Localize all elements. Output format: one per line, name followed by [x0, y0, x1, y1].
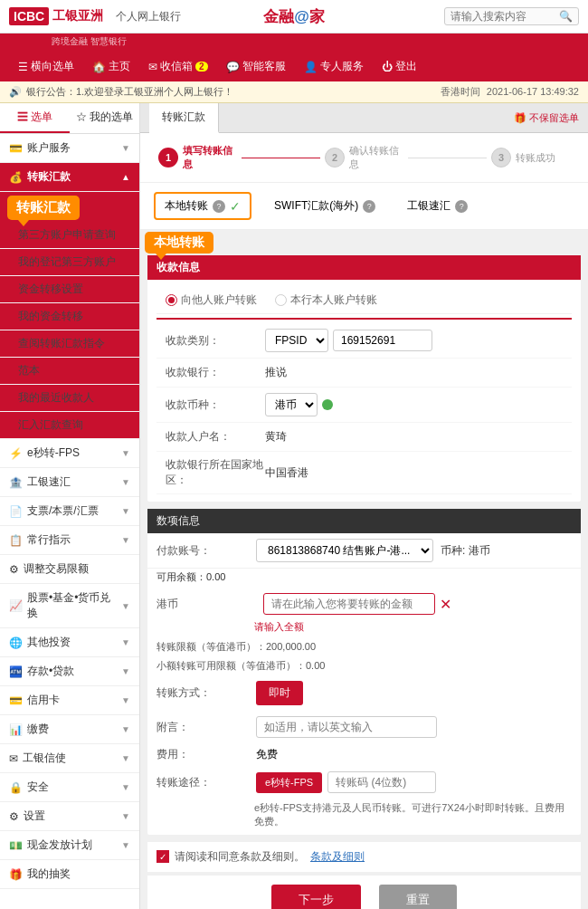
sidebar-collapse-header-credit-card[interactable]: 💳 信用卡 ▼	[0, 686, 139, 715]
sidebar-collapse-header-settings[interactable]: ⚙ 设置 ▼	[0, 802, 139, 831]
transfer-type-icbc-remit[interactable]: 工银速汇 ?	[398, 194, 477, 218]
sidebar-collapse-header-lucky-draw[interactable]: 🎁 我的抽奖	[0, 860, 139, 889]
no-receipt-button[interactable]: 🎁 不保留选单	[514, 111, 579, 125]
next-button[interactable]: 下一步	[271, 885, 361, 909]
sidebar-section-stocks: 📈 股票•基金•货币兑换 ▼	[0, 584, 139, 628]
category-input[interactable]	[333, 330, 432, 351]
chevron-down-icon-settings: ▼	[121, 811, 130, 821]
sidebar-sub-item-query-order[interactable]: 查阅转账汇款指令	[0, 330, 139, 358]
reset-button[interactable]: 重置	[379, 885, 457, 909]
remark-input[interactable]	[256, 716, 437, 738]
sidebar-section-header-accounts[interactable]: 💳 账户服务 ▼	[0, 134, 139, 163]
sidebar-collapse-header-icbc-remit[interactable]: 🏦 工银速汇 ▼	[0, 468, 139, 497]
nav-item-smart[interactable]: 💬 智能客服	[217, 52, 295, 81]
transfer-type-local[interactable]: 本地转账 ? ✓	[154, 192, 251, 220]
terms-checkbox[interactable]: ✓	[156, 850, 169, 863]
service-icon: 👤	[304, 61, 318, 73]
sidebar-sub-item-remit-query[interactable]: 汇入汇款查询	[0, 412, 139, 439]
available-row: 可用余额：0.00	[147, 569, 581, 589]
brand: 金融@家	[263, 6, 325, 27]
chevron-down-icon-other-invest: ▼	[121, 637, 130, 647]
category-value: FPSID	[265, 329, 563, 352]
chevron-down-icon-credit-card: ▼	[121, 695, 130, 705]
sidebar-section-icbc-remit: 🏦 工银速汇 ▼	[0, 468, 139, 497]
checkbox-text: 请阅读和同意条款及细则。	[175, 849, 305, 865]
sidebar-collapse-header-other-invest[interactable]: 🌐 其他投资 ▼	[0, 628, 139, 657]
sidebar-sub-item-my-transfer[interactable]: 我的资金转移	[0, 303, 139, 330]
amount-input[interactable]	[263, 593, 435, 615]
step-circle-3: 3	[491, 148, 511, 167]
sidebar-collapse-header-stocks[interactable]: 📈 股票•基金•货币兑换 ▼	[0, 584, 139, 628]
sidebar-sub-item-third-party-accounts[interactable]: 我的登记第三方账户	[0, 249, 139, 276]
sidebar-collapse-header-payroll[interactable]: 📄 支票/本票/汇票 ▼	[0, 497, 139, 526]
sidebar-tab-menu[interactable]: ☰ 选单	[0, 103, 70, 133]
inbox-badge: 2	[195, 62, 208, 72]
radio-other-account[interactable]: 向他人账户转账	[166, 292, 257, 308]
transfer-type-bar: 本地转账 ? ✓ SWIFT汇款(海外) ? 工银速汇 ?	[140, 183, 588, 230]
sidebar-collapse-header-icbc-connect[interactable]: ✉ 工银信使 ▼	[0, 744, 139, 773]
stocks-icon: 📈	[9, 599, 23, 612]
nav-item-logout[interactable]: ⏻ 登出	[373, 52, 426, 81]
help-icon-local[interactable]: ?	[213, 200, 225, 213]
channel-fps-button[interactable]: e秒转-FPS	[256, 772, 322, 793]
sidebar-sub-item-recent-payee[interactable]: 我的最近收款人	[0, 385, 139, 412]
cash-plan-icon: 💵	[9, 839, 23, 852]
receive-info-body: 向他人账户转账 本行本人账户转账 收款类别： FPSID	[147, 280, 581, 502]
sidebar-section-header-transfer[interactable]: 💰 转账汇款 ▲	[0, 163, 139, 192]
sidebar-collapse-header-security[interactable]: 🔒 安全 ▼	[0, 773, 139, 802]
chevron-down-icon: ▼	[121, 143, 130, 153]
account-dropdown[interactable]: 861813868740 结售账户-港...	[256, 539, 433, 562]
sidebar-collapse-header-fees[interactable]: 📊 缴费 ▼	[0, 715, 139, 744]
chevron-down-icon-standing: ▼	[121, 535, 130, 545]
nav-item-menu[interactable]: ☰ 横向选单	[9, 52, 83, 81]
content-tab-transfer[interactable]: 转账汇款	[149, 103, 219, 133]
sidebar-collapse-header-standing[interactable]: 📋 常行指示 ▼	[0, 526, 139, 555]
star-icon: ☆	[76, 110, 87, 123]
sidebar-sub-item-fund-settings[interactable]: 资金转移设置	[0, 276, 139, 303]
chevron-down-icon-icbc-remit: ▼	[121, 477, 130, 487]
header: ICBC 工银亚洲 个人网上银行 金融@家 🔍	[0, 0, 588, 33]
nav-item-home[interactable]: 🏠 主页	[83, 52, 139, 81]
search-input[interactable]	[450, 10, 559, 23]
chevron-down-icon-icbc-connect: ▼	[121, 753, 130, 763]
channel-input[interactable]	[327, 771, 436, 793]
nav-item-inbox[interactable]: ✉ 收信箱 2	[139, 52, 217, 81]
limit-row-2: 小额转账可用限额（等值港币）：0.00	[147, 656, 581, 675]
standing-icon: 📋	[9, 534, 23, 547]
radio-self-account[interactable]: 本行本人账户转账	[275, 292, 377, 308]
fee-value: 免费	[256, 747, 278, 762]
terms-link[interactable]: 条款及细则	[310, 849, 365, 865]
category-label: 收款类别：	[166, 333, 265, 349]
category-select[interactable]: FPSID	[265, 329, 328, 352]
local-transfer-tooltip: 本地转账	[145, 232, 213, 254]
form-row-bank: 收款银行： 推说	[156, 359, 572, 388]
method-button[interactable]: 即时	[256, 681, 303, 705]
tooltip-bubble: 转账汇款	[7, 196, 80, 220]
sidebar-collapse-header-cash-plan[interactable]: 💵 现金发放计划 ▼	[0, 831, 139, 860]
icbc-remit-icon: 🏦	[9, 476, 23, 489]
form-row-country: 收款银行所在国家地区： 中国香港	[156, 452, 572, 494]
checkbox-row: ✓ 请阅读和同意条款及细则。 条款及细则	[147, 842, 581, 872]
help-icon-icbc[interactable]: ?	[455, 200, 468, 213]
sidebar-collapse-header-adjust[interactable]: ⚙ 调整交易限额	[0, 555, 139, 584]
help-icon-swift[interactable]: ?	[363, 200, 375, 213]
radio-dot	[168, 297, 175, 303]
sidebar-section-payroll: 📄 支票/本票/汇票 ▼	[0, 497, 139, 526]
currency-select[interactable]: 港币	[265, 393, 318, 416]
transfer-type-swift[interactable]: SWIFT汇款(海外) ?	[265, 194, 384, 218]
sidebar-section-security: 🔒 安全 ▼	[0, 773, 139, 802]
transfer-icon: 💰	[9, 171, 23, 184]
header-search[interactable]: 🔍	[444, 7, 579, 25]
sidebar-tab-my[interactable]: ☆ 我的选单	[70, 103, 139, 133]
sidebar-sub-item-template[interactable]: 范本	[0, 358, 139, 385]
radio-circle-other	[166, 294, 177, 306]
marquee-text: 银行公告：1.欢迎登录工银亚洲个人网上银行！	[26, 85, 233, 99]
sidebar-collapse-header-fps[interactable]: ⚡ e秒转-FPS ▼	[0, 439, 139, 468]
nav-item-service[interactable]: 👤 专人服务	[295, 52, 373, 81]
header-left: ICBC 工银亚洲 个人网上银行	[9, 7, 181, 25]
sidebar-collapse-header-deposits[interactable]: 🏧 存款•贷款 ▼	[0, 657, 139, 686]
green-dot-icon	[322, 399, 333, 410]
smart-icon: 💬	[226, 61, 240, 73]
step-circle-2: 2	[325, 148, 345, 167]
checkmark-icon: ✓	[159, 852, 166, 862]
